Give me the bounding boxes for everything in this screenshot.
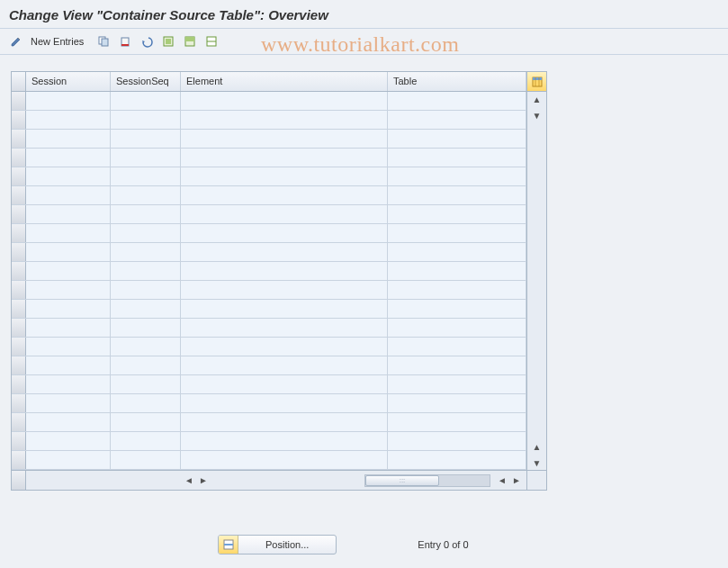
copy-as-icon[interactable] <box>94 32 112 50</box>
row-selector[interactable] <box>12 262 26 280</box>
scroll-up-icon[interactable]: ▲ <box>527 439 546 454</box>
row-selector[interactable] <box>12 413 26 431</box>
cell-element[interactable] <box>181 281 388 299</box>
deselect-all-icon[interactable] <box>202 32 220 50</box>
select-all-icon[interactable] <box>159 32 177 50</box>
cell-table[interactable] <box>388 432 526 450</box>
cell-table[interactable] <box>388 167 526 185</box>
cell-element[interactable] <box>181 413 388 431</box>
cell-session[interactable] <box>26 375 111 393</box>
cell-session[interactable] <box>26 394 111 412</box>
cell-element[interactable] <box>181 243 388 261</box>
scroll-down-icon[interactable]: ▼ <box>527 108 546 122</box>
row-selector-header[interactable] <box>12 72 26 91</box>
cell-session[interactable] <box>26 319 111 337</box>
cell-element[interactable] <box>181 167 388 185</box>
row-selector[interactable] <box>12 281 26 299</box>
cell-session[interactable] <box>26 205 111 223</box>
cell-sessionseq[interactable] <box>111 111 181 129</box>
cell-table[interactable] <box>388 186 526 204</box>
row-selector[interactable] <box>12 243 26 261</box>
cell-table[interactable] <box>388 375 526 393</box>
cell-element[interactable] <box>181 338 388 356</box>
new-entries-button[interactable]: New Entries <box>29 33 91 50</box>
row-selector[interactable] <box>12 356 26 374</box>
select-block-icon[interactable] <box>181 32 199 50</box>
cell-session[interactable] <box>26 149 111 167</box>
row-selector[interactable] <box>12 224 26 242</box>
horizontal-scrollbar[interactable]: ◄ ► ::: ◄ ► <box>26 471 526 490</box>
row-selector[interactable] <box>12 167 26 185</box>
cell-sessionseq[interactable] <box>111 319 181 337</box>
row-selector[interactable] <box>12 186 26 204</box>
row-selector[interactable] <box>12 375 26 393</box>
cell-sessionseq[interactable] <box>111 451 181 469</box>
cell-table[interactable] <box>388 300 526 318</box>
cell-session[interactable] <box>26 300 111 318</box>
cell-sessionseq[interactable] <box>111 281 181 299</box>
cell-sessionseq[interactable] <box>111 205 181 223</box>
column-header-session[interactable]: Session <box>26 72 111 91</box>
cell-sessionseq[interactable] <box>111 394 181 412</box>
cell-element[interactable] <box>181 149 388 167</box>
cell-element[interactable] <box>181 262 388 280</box>
cell-sessionseq[interactable] <box>111 375 181 393</box>
row-selector[interactable] <box>12 92 26 110</box>
cell-sessionseq[interactable] <box>111 413 181 431</box>
row-selector[interactable] <box>12 394 26 412</box>
cell-sessionseq[interactable] <box>111 243 181 261</box>
row-selector[interactable] <box>12 451 26 469</box>
cell-element[interactable] <box>181 186 388 204</box>
cell-element[interactable] <box>181 205 388 223</box>
cell-element[interactable] <box>181 356 388 374</box>
cell-table[interactable] <box>388 413 526 431</box>
vertical-scrollbar[interactable]: ▲ ▼ ▲ ▼ <box>526 92 546 470</box>
cell-sessionseq[interactable] <box>111 92 181 110</box>
cell-sessionseq[interactable] <box>111 432 181 450</box>
scroll-right-icon[interactable]: ► <box>197 474 210 487</box>
cell-element[interactable] <box>181 432 388 450</box>
cell-session[interactable] <box>26 130 111 148</box>
cell-session[interactable] <box>26 281 111 299</box>
cell-sessionseq[interactable] <box>111 262 181 280</box>
scroll-left-icon[interactable]: ◄ <box>183 474 195 487</box>
cell-sessionseq[interactable] <box>111 338 181 356</box>
row-selector[interactable] <box>12 149 26 167</box>
cell-element[interactable] <box>181 300 388 318</box>
cell-session[interactable] <box>26 413 111 431</box>
position-button[interactable]: Position... <box>218 535 337 554</box>
cell-table[interactable] <box>388 356 526 374</box>
cell-table[interactable] <box>388 319 526 337</box>
cell-element[interactable] <box>181 130 388 148</box>
cell-session[interactable] <box>26 356 111 374</box>
delete-icon[interactable] <box>116 32 134 50</box>
cell-session[interactable] <box>26 167 111 185</box>
row-selector[interactable] <box>12 111 26 129</box>
cell-element[interactable] <box>181 224 388 242</box>
row-selector[interactable] <box>12 432 26 450</box>
cell-table[interactable] <box>388 130 526 148</box>
hscroll-thumb[interactable]: ::: <box>365 475 439 486</box>
column-header-sessionseq[interactable]: SessionSeq <box>111 72 181 91</box>
column-header-element[interactable]: Element <box>181 72 388 91</box>
cell-table[interactable] <box>388 451 526 469</box>
row-selector[interactable] <box>12 319 26 337</box>
cell-sessionseq[interactable] <box>111 149 181 167</box>
cell-table[interactable] <box>388 92 526 110</box>
scroll-right-icon[interactable]: ► <box>510 474 523 487</box>
cell-element[interactable] <box>181 111 388 129</box>
cell-session[interactable] <box>26 243 111 261</box>
cell-sessionseq[interactable] <box>111 167 181 185</box>
cell-sessionseq[interactable] <box>111 224 181 242</box>
cell-element[interactable] <box>181 319 388 337</box>
cell-sessionseq[interactable] <box>111 356 181 374</box>
cell-sessionseq[interactable] <box>111 130 181 148</box>
cell-table[interactable] <box>388 262 526 280</box>
undo-icon[interactable] <box>138 32 156 50</box>
cell-table[interactable] <box>388 243 526 261</box>
cell-table[interactable] <box>388 394 526 412</box>
column-header-table[interactable]: Table <box>388 72 526 91</box>
row-selector[interactable] <box>12 300 26 318</box>
cell-session[interactable] <box>26 262 111 280</box>
cell-table[interactable] <box>388 149 526 167</box>
